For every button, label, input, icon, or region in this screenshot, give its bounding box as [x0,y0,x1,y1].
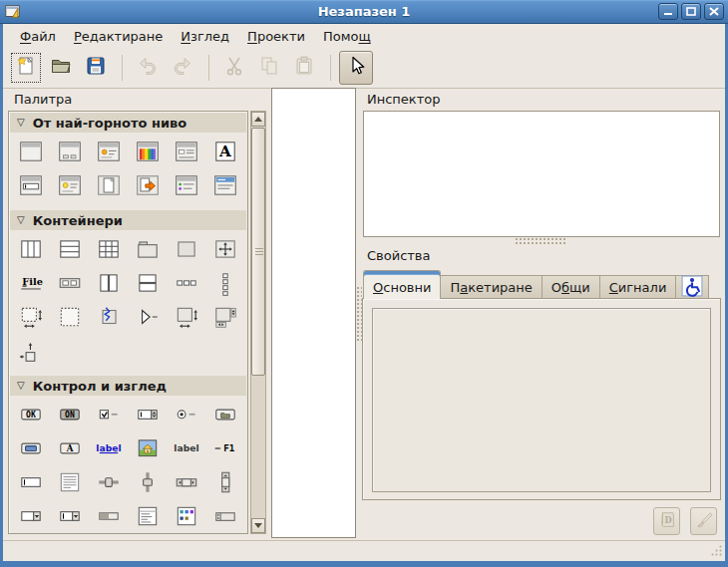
tab-general[interactable]: Основни [363,270,441,299]
palette-item-h-scale[interactable] [96,470,123,496]
palette-item-v-scale[interactable] [134,470,161,496]
palette-item-spin-button[interactable] [134,403,161,428]
save-document-button[interactable] [79,51,113,85]
palette-item-fixed[interactable] [211,237,238,263]
palette-item-list-dialog[interactable] [173,173,199,199]
palette-item-hbutton-box[interactable] [173,271,199,297]
palette-item-aspect-frame[interactable] [18,339,45,365]
redo-button[interactable] [166,51,199,85]
menu-item-help[interactable]: Помощ [314,27,380,46]
palette-section-header-1[interactable]: ▽Контейнери [10,210,246,230]
palette-item-recent-chooser-dialog[interactable] [134,173,161,199]
palette-item-v-scrollbar[interactable] [211,470,238,496]
tab-signals[interactable]: Сигнали [600,275,677,299]
svg-text:F1: F1 [223,442,235,453]
documentation-button[interactable]: D [653,507,680,535]
minimize-button[interactable] [658,3,678,20]
palette-item-combo-box-entry[interactable] [57,504,84,530]
selector-arrow-icon [344,54,368,81]
palette-item-color-button[interactable] [18,436,45,462]
palette-section-header-2[interactable]: ▽Контрол и изглед [10,376,246,396]
palette-item-icon-view[interactable] [173,504,199,530]
open-folder-icon [49,54,73,81]
resize-grip-icon[interactable] [710,544,723,560]
inspector-tree[interactable] [363,111,720,237]
paste-button[interactable] [287,51,321,85]
undo-icon [136,54,160,81]
dialog-icon [57,139,83,167]
palette-item-assistant[interactable] [211,173,238,199]
palette-item-hbox[interactable] [18,237,45,263]
palette-item-vbox[interactable] [57,237,84,263]
palette-scrollbar[interactable] [250,111,266,534]
palette-item-image[interactable] [134,436,161,462]
close-button[interactable] [704,3,724,20]
palette-item-font-selection-dialog[interactable]: A [211,140,238,165]
palette-item-file-chooser-dialog[interactable] [173,140,199,165]
menu-item-edit[interactable]: Редактиране [65,27,172,46]
palette-item-input-dialog[interactable] [18,173,45,199]
palette-item-expander[interactable] [134,305,161,331]
palette-item-accel-label[interactable]: F1 [211,436,238,462]
menu-item-file[interactable]: Файл [11,27,65,46]
scroll-down-icon[interactable] [251,518,265,533]
open-folder-button[interactable] [44,51,78,85]
palette-item-toggle-button[interactable]: ON [57,403,84,428]
palette-item-viewport[interactable] [57,305,84,331]
new-document-button[interactable] [9,51,43,85]
palette-item-combo-box[interactable] [18,504,45,530]
palette-item-hpaned[interactable] [96,271,123,297]
palette-item-handle-box[interactable] [96,305,123,331]
palette-item-vbutton-box[interactable] [211,271,238,297]
palette-item-window[interactable] [18,140,45,165]
selector-arrow-button[interactable] [339,51,373,85]
palette-item-menu-bar[interactable]: File [18,271,45,297]
palette-item-about-dialog[interactable] [57,173,84,199]
copy-button[interactable] [252,51,286,85]
scroll-up-icon[interactable] [251,112,265,127]
palette-item-layout[interactable] [173,305,199,331]
palette-item-table[interactable] [96,237,123,263]
palette-item-check-button[interactable] [96,403,123,428]
tab-common[interactable]: Общи [543,275,600,299]
palette-item-button[interactable]: OK [18,403,45,428]
palette-item-dialog[interactable] [57,140,84,165]
menu-item-view[interactable]: Изглед [172,27,238,46]
palette-item-color-selection-dialog[interactable] [134,140,161,165]
palette-item-tree-view[interactable] [134,504,161,530]
palette-item-progress-bar[interactable] [96,504,123,530]
palette-item-alignment[interactable] [173,237,199,263]
tab-packing[interactable]: Пакетиране [441,275,542,299]
paintbrush-icon [693,509,715,534]
radio-button-icon [174,402,199,430]
palette-item-scrolled-window[interactable] [18,305,45,331]
palette-item-label[interactable]: label [173,436,199,462]
edit-button[interactable] [690,507,717,535]
palette-item-h-scrollbar[interactable] [173,470,199,496]
design-canvas[interactable] [271,88,356,538]
palette-item-page-dialog[interactable] [96,173,123,199]
palette-item-frame[interactable] [134,237,161,263]
undo-button[interactable] [131,51,165,85]
palette-item-tool-bar[interactable] [57,271,84,297]
cut-button[interactable] [217,51,251,85]
v-scale-icon [135,469,161,498]
palette-item-radio-button[interactable] [173,403,199,428]
palette-item-link-button[interactable]: label [96,436,123,462]
palette-item-vpaned[interactable] [134,271,161,297]
palette-item-text-view[interactable] [57,470,84,496]
palette-item-notebook[interactable] [211,305,238,331]
titlebar[interactable]: Незапазен 1 [0,0,728,24]
palette-item-message-dialog[interactable] [96,140,123,165]
scrollbar-thumb[interactable] [251,128,265,376]
menu-item-projects[interactable]: Проекти [238,27,314,46]
palette-section-header-0[interactable]: ▽От най-горното ниво [10,113,246,133]
palette-item-entry[interactable] [18,470,45,496]
horizontal-pane-handle[interactable] [515,237,566,244]
maximize-button[interactable] [681,3,701,20]
color-selection-dialog-icon [135,139,161,167]
palette-item-status-bar[interactable] [211,504,238,530]
palette-item-font-button[interactable]: A [57,436,84,462]
palette-item-file-chooser-button[interactable] [211,403,238,428]
tab-accessibility[interactable] [676,275,709,299]
